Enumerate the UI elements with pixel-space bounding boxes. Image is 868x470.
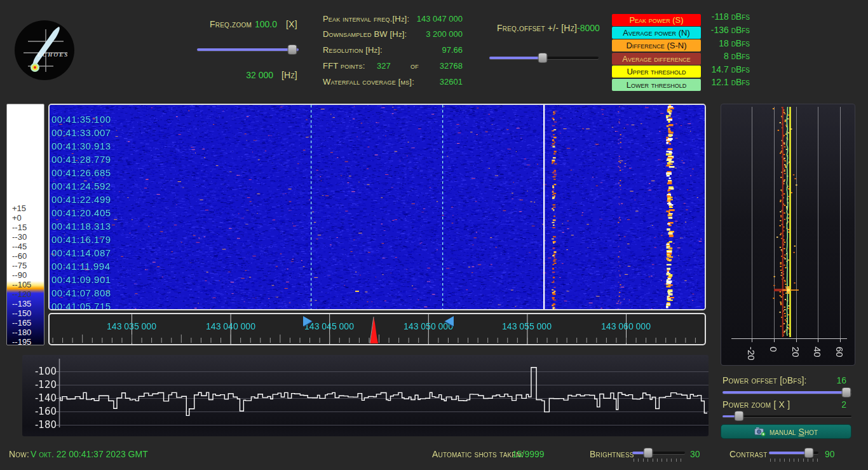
power-zoom-value: 2 <box>788 399 846 410</box>
freq-zoom-value: 100.0 <box>235 19 277 29</box>
fft-total-value: 32768 <box>440 61 463 71</box>
power-axis-tick: -120 <box>22 379 57 391</box>
legend-button-label: Peak power (S) <box>629 15 683 25</box>
colorbar-tick: --180 <box>12 328 31 337</box>
legend-button-difference[interactable]: Difference (S-N) <box>612 39 701 52</box>
legend-value-upper-threshold: 14.7 dBfs <box>704 64 750 74</box>
stat-label: FFT points: <box>323 61 365 71</box>
colorbar-tick: +15 <box>12 204 26 213</box>
power-offset-slider-groove <box>722 391 851 394</box>
freq-zoom-slider-handle[interactable] <box>288 45 297 55</box>
legend-button-lower-threshold[interactable]: Lower threshold <box>612 79 701 91</box>
svg-text:ECHOES: ECHOES <box>37 52 69 58</box>
contrast-label: Contrast <box>729 449 768 459</box>
legend-button-label: Upper threshold <box>627 67 686 76</box>
colorbar-tick: --135 <box>12 299 31 308</box>
stat-label: Downsampled BW [Hz]: <box>323 29 407 39</box>
power-axis-tick: -180 <box>22 419 57 431</box>
colorbar-tick: --150 <box>12 308 31 318</box>
freq-offset-slider[interactable] <box>489 53 599 63</box>
stat-value: 97.66 <box>442 45 463 55</box>
colorbar-tick: --75 <box>12 261 27 270</box>
colorbar-tick: --195 <box>12 337 31 347</box>
power-graph-canvas <box>22 355 709 436</box>
fft-used-value: 327 <box>377 61 391 71</box>
power-axis-tick: -100 <box>22 366 57 377</box>
legend-button-upper-threshold[interactable]: Upper threshold <box>612 66 701 78</box>
contrast-slider-handle[interactable] <box>804 448 814 458</box>
spectrum-axis-tick: -20 <box>746 347 757 361</box>
legend-button-label: Lower threshold <box>627 80 686 90</box>
contrast-value: 90 <box>825 449 835 459</box>
stat-waterfall-coverage: Waterfall coverage [ms]: 32601 <box>323 77 463 87</box>
interval-lower-bound-marker[interactable] <box>303 316 312 326</box>
waterfall-timestamp: 00:41:11.994 <box>51 261 110 272</box>
power-zoom-slider[interactable] <box>722 411 851 421</box>
brightness-slider-ticks <box>634 459 684 462</box>
brightness-slider[interactable] <box>632 448 685 458</box>
camera-icon <box>754 427 766 436</box>
legend-button-average-difference[interactable]: Average difference <box>612 53 701 65</box>
colorbar-tick: --165 <box>12 318 31 328</box>
stat-peak-interval-freq: Peak interval freq.[Hz]: 143 047 000 <box>323 14 463 24</box>
contrast-slider-ticks <box>770 459 820 462</box>
colorbar-tick: +0 <box>12 213 22 223</box>
waterfall-timestamp: 00:41:30.913 <box>51 141 111 151</box>
brightness-slider-groove <box>632 452 685 454</box>
brightness-value: 30 <box>690 449 700 459</box>
waterfall-timestamp: 00:41:09.901 <box>51 274 111 285</box>
waterfall-display: 00:41:35.100 00:41:33.007 00:41:30.913 0… <box>48 104 706 310</box>
brightness-label: Brightness <box>590 449 634 459</box>
legend-button-label: Average difference <box>622 54 690 64</box>
now-label: Now: <box>9 449 29 459</box>
power-colorbar: +15 +0 --15 --30 --45 --60 --75 --90 --1… <box>6 104 44 345</box>
freq-offset-slider-handle[interactable] <box>538 53 548 63</box>
power-offset-value: 16 <box>788 375 846 385</box>
power-zoom-slider-handle[interactable] <box>735 411 744 421</box>
colorbar-tick: --15 <box>12 223 27 232</box>
stat-fft-points: FFT points: 327 of 32768 <box>323 61 463 71</box>
waterfall-timestamp: 00:41:20.405 <box>51 207 111 218</box>
colorbar-tick: --105 <box>12 280 31 289</box>
stat-value: 143 047 000 <box>417 14 463 24</box>
freq-span-unit: [Hz] <box>281 70 297 80</box>
stat-label: Resolution [Hz]: <box>323 45 383 55</box>
legend-button-average-power[interactable]: Average power (N) <box>612 27 701 39</box>
waterfall-timestamp: 00:41:35.100 <box>51 114 111 125</box>
spectrum-side-panel: -20 0 20 40 60 <box>721 104 855 366</box>
stat-label: Waterfall coverage [ms]: <box>323 77 414 86</box>
interval-upper-bound-marker[interactable] <box>445 316 454 326</box>
stat-label: Peak interval freq.[Hz]: <box>323 14 409 24</box>
freq-zoom-unit: [X] <box>286 19 297 29</box>
power-offset-slider-handle[interactable] <box>841 387 851 397</box>
manual-shot-label: manual Shot <box>770 427 818 437</box>
power-axis-tick: -140 <box>22 392 57 404</box>
freq-span-value: 32 000 <box>210 70 273 80</box>
freq-zoom-slider-groove <box>197 48 299 51</box>
shots-taken-value: 15/9999 <box>512 449 545 459</box>
freq-offset-value: -8000 <box>577 23 600 33</box>
spectrum-axis-tick: 40 <box>812 347 823 357</box>
contrast-slider[interactable] <box>769 448 818 458</box>
waterfall-timestamp: 00:41:24.592 <box>51 181 111 191</box>
ruler-frequency-label: 143 060 000 <box>601 321 651 331</box>
waterfall-timestamp: 00:41:07.808 <box>51 287 111 298</box>
frequency-ruler[interactable]: 143 035 000 143 040 000 143 045 000 143 … <box>48 313 706 345</box>
freq-zoom-slider[interactable] <box>197 45 299 55</box>
stat-resolution: Resolution [Hz]: 97.66 <box>323 45 463 55</box>
colorbar-tick: --60 <box>12 251 27 261</box>
manual-shot-button[interactable]: manual Shot <box>721 424 851 439</box>
power-axis-tick: -160 <box>22 406 57 417</box>
brightness-slider-handle[interactable] <box>643 448 653 458</box>
legend-button-peak-power[interactable]: Peak power (S) <box>612 14 701 26</box>
spectrum-canvas <box>721 104 855 365</box>
colorbar-tick: --90 <box>12 270 27 280</box>
shots-taken-label: Automatic shots taken: <box>432 449 524 459</box>
ruler-frequency-label: 143 055 000 <box>502 321 552 331</box>
colorbar-tick: --30 <box>12 232 27 242</box>
waterfall-timestamp: 00:41:14.087 <box>51 247 111 258</box>
freq-offset-label: Freq.offset +/- [Hz] <box>497 23 577 33</box>
power-offset-slider[interactable] <box>722 387 851 397</box>
waterfall-timestamp: 00:41:22.499 <box>51 194 111 205</box>
waterfall-timestamp: 00:41:18.313 <box>51 221 111 232</box>
